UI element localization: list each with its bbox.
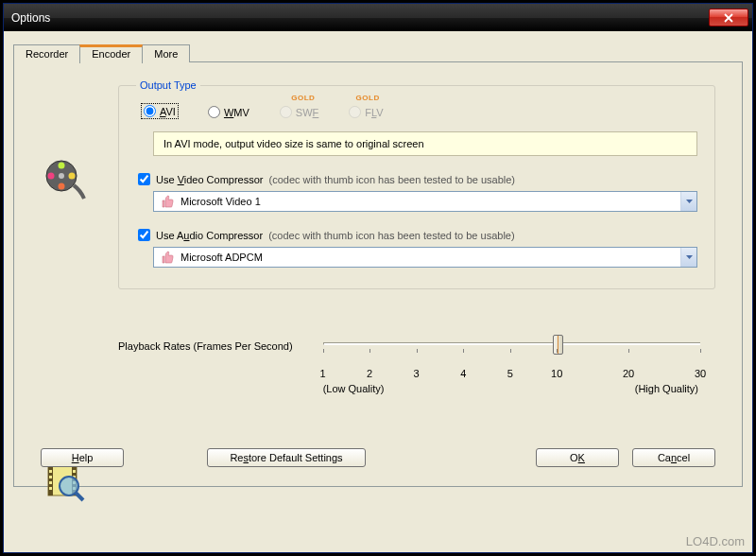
svg-rect-10 (49, 470, 52, 473)
svg-point-1 (59, 173, 64, 179)
svg-point-4 (59, 183, 65, 190)
radio-flv: GOLD FLV (349, 106, 383, 118)
tab-more[interactable]: More (142, 44, 190, 62)
svg-line-20 (76, 493, 83, 500)
radio-wmv[interactable]: WMV (208, 106, 249, 118)
svg-rect-15 (73, 470, 76, 473)
options-dialog: Options Recorder Encoder More (3, 3, 753, 553)
radio-flv-input (349, 106, 361, 118)
thumb-up-icon (158, 250, 177, 265)
svg-rect-11 (49, 476, 52, 478)
audio-compressor-value: Microsoft ADPCM (180, 252, 680, 263)
output-hint: In AVI mode, output video size is same t… (153, 131, 697, 156)
svg-point-5 (48, 173, 55, 180)
tab-recorder[interactable]: Recorder (13, 44, 80, 62)
radio-swf-input (280, 106, 292, 118)
playback-slider[interactable]: 1 2 3 4 5 10 20 30 (Low Quality) (High Q… (323, 335, 723, 394)
close-button[interactable] (709, 9, 748, 26)
playback-rate-label: Playback Rates (Frames Per Second) (118, 340, 293, 352)
chevron-down-icon (680, 248, 696, 267)
film-reel-icon (43, 157, 88, 204)
video-compressor-label: Use Video Compressor (156, 174, 264, 185)
cancel-button[interactable]: Cancel (632, 448, 715, 467)
high-quality-label: (High Quality) (635, 383, 698, 394)
video-compressor-select[interactable]: Microsoft Video 1 (153, 191, 697, 212)
slider-ticks (323, 349, 700, 356)
audio-compressor-checkbox[interactable] (138, 229, 150, 241)
thumb-up-icon (158, 194, 177, 209)
radio-avi[interactable]: AVI (142, 104, 178, 118)
slider-tick-labels: 1 2 3 4 5 10 20 30 (323, 368, 700, 381)
gold-badge-icon: GOLD (356, 94, 380, 102)
window-title: Options (11, 11, 709, 25)
radio-swf: GOLD SWF (280, 106, 318, 118)
radio-wmv-input[interactable] (208, 106, 220, 118)
chevron-down-icon (680, 192, 696, 211)
ok-button[interactable]: OK (536, 448, 619, 467)
svg-rect-13 (49, 487, 52, 490)
radio-avi-input[interactable] (144, 105, 156, 117)
svg-point-2 (59, 163, 65, 169)
output-type-group: Output Type AVI WMV GOLD SWF (118, 79, 715, 289)
help-button[interactable]: Help (41, 448, 124, 467)
audio-compressor-hint: (codec with thumb icon has been tested t… (268, 230, 515, 241)
encoder-panel: Output Type AVI WMV GOLD SWF (13, 61, 743, 487)
tab-strip: Recorder Encoder More (13, 44, 743, 62)
watermark: LO4D.com (686, 534, 745, 548)
low-quality-label: (Low Quality) (323, 383, 385, 394)
tab-encoder[interactable]: Encoder (79, 44, 143, 63)
video-compressor-hint: (codec with thumb icon has been tested t… (269, 174, 516, 185)
audio-compressor-label: Use Audio Compressor (156, 230, 263, 241)
gold-badge-icon: GOLD (291, 94, 315, 102)
video-compressor-checkbox[interactable] (138, 173, 150, 185)
video-compressor-value: Microsoft Video 1 (180, 196, 680, 207)
audio-compressor-select[interactable]: Microsoft ADPCM (153, 247, 697, 268)
titlebar[interactable]: Options (4, 4, 752, 31)
svg-rect-12 (49, 481, 52, 484)
close-icon (724, 13, 733, 23)
output-type-legend: Output Type (136, 79, 200, 91)
restore-defaults-button[interactable]: Restore Default Settings (207, 448, 366, 467)
svg-point-3 (69, 173, 76, 180)
